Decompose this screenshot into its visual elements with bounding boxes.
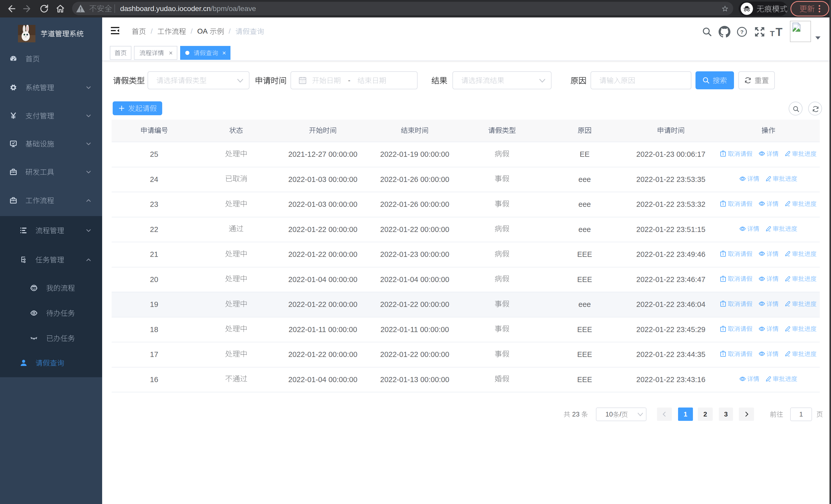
svg-text:?: ? [740,29,744,35]
